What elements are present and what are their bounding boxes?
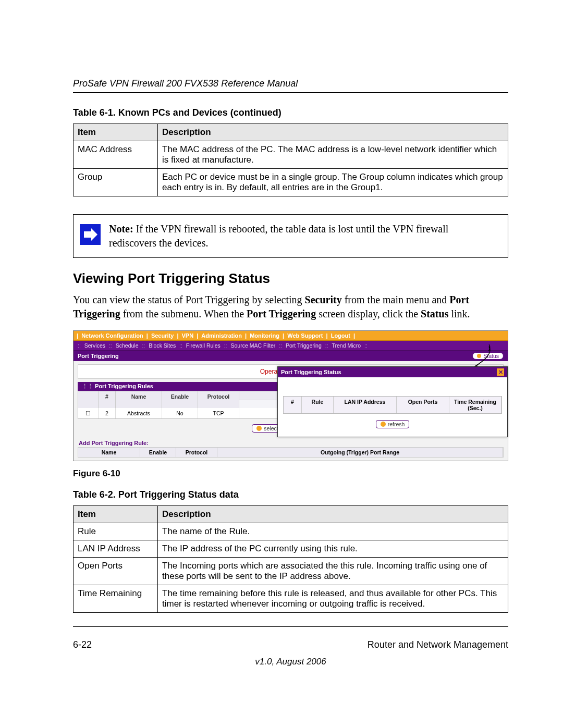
rules-row-checkbox[interactable]: ☐ <box>78 408 99 418</box>
status-icon <box>477 354 481 358</box>
table1-head-desc: Description <box>158 124 508 141</box>
footer-section: Router and Network Management <box>368 639 508 650</box>
menu-monitoring[interactable]: Monitoring <box>248 332 281 339</box>
menu-network-config[interactable]: Network Configuration <box>80 332 145 339</box>
table2-r3-item: Time Remaining <box>74 585 158 613</box>
submenu-source-mac-filter[interactable]: Source MAC Filter <box>229 342 276 349</box>
table2-r2-item: Open Ports <box>74 558 158 585</box>
add-rule-head-range: Outgoing (Trigger) Port Range <box>217 448 503 457</box>
note-box: Note: If the VPN firewall is rebooted, t… <box>73 214 508 258</box>
status-popup-title: Port Triggering Status <box>281 369 341 375</box>
table-row: MAC Address The MAC address of the PC. T… <box>74 141 508 169</box>
submenu-port-triggering[interactable]: Port Triggering <box>285 342 323 349</box>
table2-caption: Table 6-2. Port Triggering Status data <box>73 489 508 500</box>
b4: Status <box>421 308 448 319</box>
p4: screen display, click the <box>316 308 421 319</box>
menu-security[interactable]: Security <box>150 332 175 339</box>
rules-head-enable: Enable <box>162 391 198 408</box>
table1: Item Description MAC Address The MAC add… <box>73 124 508 196</box>
body-paragraph: You can view the status of Port Triggeri… <box>73 293 508 321</box>
select-all-icon <box>256 426 262 431</box>
table1-r0-desc: The MAC address of the PC. The MAC addre… <box>158 141 508 169</box>
table-row: Rule The name of the Rule. <box>74 523 508 540</box>
add-rule-title: Add Port Triggering Rule: <box>74 438 508 447</box>
refresh-icon <box>381 422 386 427</box>
table-row: LAN IP Address The IP address of the PC … <box>74 540 508 558</box>
panel-title-bar: Port Triggering Status <box>74 351 508 361</box>
submenu-schedule[interactable]: Schedule <box>115 342 140 349</box>
rules-row-name: Abstracts <box>116 408 162 418</box>
version-string: v1.0, August 2006 <box>73 657 508 667</box>
p5: link. <box>448 308 470 319</box>
table-row: Time Remaining The time remaining before… <box>74 585 508 613</box>
rules-row-num: 2 <box>99 408 116 418</box>
panel-title: Port Triggering <box>78 353 119 359</box>
menu-logout[interactable]: Logout <box>329 332 352 339</box>
add-rule-head-name: Name <box>78 448 140 457</box>
p2: from the main menu and <box>342 294 450 305</box>
table2-r0-item: Rule <box>74 523 158 540</box>
rules-row-enable: No <box>162 408 198 418</box>
page-number: 6-22 <box>73 639 92 650</box>
table2-r0-desc: The name of the Rule. <box>158 523 508 540</box>
status-popup-titlebar: Port Triggering Status ✕ <box>278 367 507 377</box>
svg-marker-0 <box>84 228 97 241</box>
table2-r3-desc: The time remaining before this rule is r… <box>158 585 508 613</box>
note-text: Note: If the VPN firewall is rebooted, t… <box>109 222 498 250</box>
table2: Item Description Rule The name of the Ru… <box>73 505 508 613</box>
rules-head-name: Name <box>116 391 162 408</box>
p3: from the submenu. When the <box>120 308 247 319</box>
refresh-button[interactable]: refresh <box>376 420 410 428</box>
status-link-label: Status <box>483 353 499 359</box>
b1: Security <box>305 294 342 305</box>
popup-head-time-remaining: Time Remaining (Sec.) <box>449 397 501 413</box>
ui-screenshot: | Network Configuration | Security | VPN… <box>73 330 508 461</box>
note-body: If the VPN firewall is rebooted, the tab… <box>109 223 448 249</box>
status-popup-table-head: # Rule LAN IP Address Open Ports Time Re… <box>283 396 502 414</box>
popup-head-lan-ip: LAN IP Address <box>334 397 397 413</box>
note-label: Note: <box>109 223 133 235</box>
b3: Port Triggering <box>247 308 316 319</box>
table2-r2-desc: The Incoming ports which are associated … <box>158 558 508 585</box>
table-row: Group Each PC or device must be in a sin… <box>74 169 508 196</box>
table2-head-item: Item <box>74 506 158 523</box>
refresh-label: refresh <box>388 421 405 427</box>
table1-r1-item: Group <box>74 169 158 196</box>
submenu-block-sites[interactable]: Block Sites <box>148 342 177 349</box>
arrow-right-icon <box>80 224 101 245</box>
popup-head-num: # <box>284 397 302 413</box>
table1-head-item: Item <box>74 124 158 141</box>
rules-head-num: # <box>99 391 116 408</box>
menu-web-support[interactable]: Web Support <box>286 332 324 339</box>
table2-r1-item: LAN IP Address <box>74 540 158 558</box>
table2-r1-desc: The IP address of the PC currently using… <box>158 540 508 558</box>
document-title: ProSafe VPN Firewall 200 FVX538 Referenc… <box>73 78 508 89</box>
popup-head-rule: Rule <box>302 397 334 413</box>
close-icon[interactable]: ✕ <box>497 368 504 376</box>
submenu-services[interactable]: Services <box>83 342 106 349</box>
page-footer: 6-22 Router and Network Management <box>73 639 508 650</box>
header-rule <box>73 92 508 93</box>
footer-rule <box>73 626 508 627</box>
add-rule-head: Name Enable Protocol Outgoing (Trigger) … <box>78 447 504 458</box>
figure-label: Figure 6-10 <box>73 468 508 479</box>
p1: You can view the status of Port Triggeri… <box>73 294 305 305</box>
popup-head-open-ports: Open Ports <box>397 397 449 413</box>
rules-row-protocol: TCP <box>198 408 239 418</box>
rules-head-protocol: Protocol <box>198 391 239 408</box>
table1-caption: Table 6-1. Known PCs and Devices (contin… <box>73 107 508 118</box>
sub-menu: :: Services :: Schedule :: Block Sites :… <box>74 341 508 351</box>
add-rule-head-enable: Enable <box>140 448 176 457</box>
table-row: Open Ports The Incoming ports which are … <box>74 558 508 585</box>
table1-r0-item: MAC Address <box>74 141 158 169</box>
submenu-trend-micro[interactable]: Trend Micro <box>331 342 362 349</box>
menu-administration[interactable]: Administration <box>200 332 243 339</box>
status-popup: Port Triggering Status ✕ # Rule LAN IP A… <box>277 366 508 437</box>
main-menu: | Network Configuration | Security | VPN… <box>74 331 508 341</box>
submenu-firewall-rules[interactable]: Firewall Rules <box>185 342 222 349</box>
rules-section-label: Port Triggering Rules <box>95 383 153 389</box>
status-link[interactable]: Status <box>472 352 504 360</box>
add-rule-head-protocol: Protocol <box>176 448 217 457</box>
table1-r1-desc: Each PC or device must be in a single gr… <box>158 169 508 196</box>
menu-vpn[interactable]: VPN <box>180 332 195 339</box>
